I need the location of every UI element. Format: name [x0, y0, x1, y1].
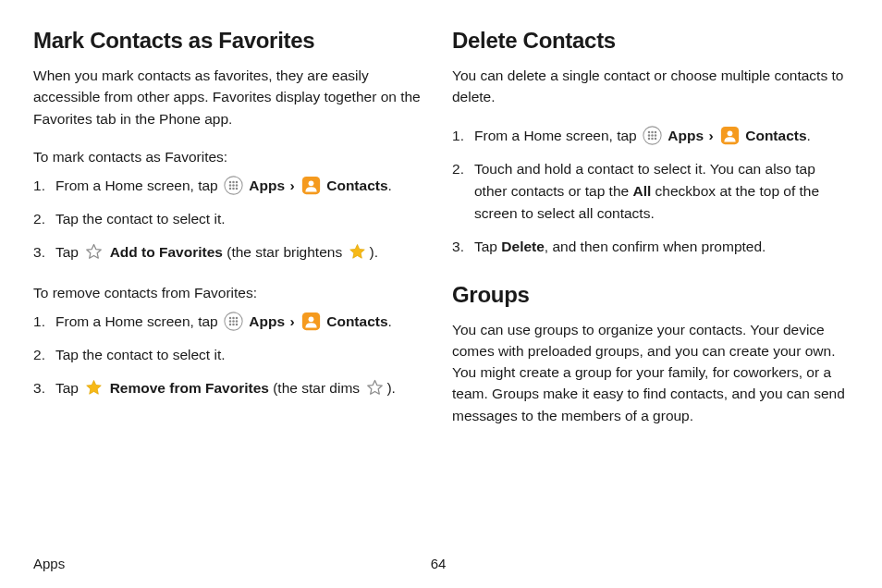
- heading-delete: Delete Contacts: [452, 28, 849, 54]
- step-delete-3: Tap Delete, and then confirm when prompt…: [452, 236, 849, 258]
- delete-label: Delete: [501, 239, 545, 254]
- step-delete-1: From a Home screen, tap Apps › Contacts.: [452, 125, 849, 147]
- star-filled-icon: [348, 242, 367, 262]
- chevron-icon: ›: [288, 313, 295, 329]
- star-filled-icon: [84, 378, 104, 398]
- apps-icon: [224, 176, 243, 195]
- chevron-icon: ›: [288, 178, 295, 193]
- step-remove-1: From a Home screen, tap Apps › Contacts.: [33, 311, 430, 333]
- text: .: [807, 128, 811, 143]
- text: Tap: [55, 244, 82, 260]
- remove-favorites-label: Remove from Favorites: [110, 380, 269, 396]
- steps-mark: From a Home screen, tap Apps › Contacts.…: [33, 175, 430, 263]
- heading-mark-favorites: Mark Contacts as Favorites: [33, 28, 430, 54]
- intro-delete: You can delete a single contact or choos…: [452, 65, 849, 108]
- contacts-label: Contacts: [326, 178, 387, 193]
- lead-mark: To mark contacts as Favorites:: [33, 146, 430, 167]
- step-remove-2: Tap the contact to select it.: [33, 344, 430, 366]
- all-label: All: [632, 183, 651, 199]
- contacts-label: Contacts: [326, 313, 387, 329]
- text: ).: [369, 244, 377, 260]
- contacts-icon: [301, 312, 321, 331]
- text: Tap: [55, 380, 82, 396]
- heading-groups: Groups: [452, 282, 849, 308]
- intro-groups: You can use groups to organize your cont…: [452, 319, 849, 426]
- steps-delete: From a Home screen, tap Apps › Contacts.…: [452, 125, 849, 258]
- step-delete-2: Touch and hold a contact to select it. Y…: [452, 158, 849, 225]
- step-mark-2: Tap the contact to select it.: [33, 208, 430, 230]
- intro-favorites: When you mark contacts as favorites, the…: [33, 65, 430, 129]
- text: , and then confirm when prompted.: [545, 239, 766, 254]
- text: (the star brightens: [223, 244, 347, 260]
- footer-section: Apps: [33, 556, 65, 571]
- star-outline-icon: [365, 378, 385, 398]
- lead-remove: To remove contacts from Favorites:: [33, 282, 430, 303]
- step-remove-3: Tap Remove from Favorites (the star dims…: [33, 377, 430, 399]
- star-outline-icon: [84, 242, 104, 262]
- apps-label: Apps: [249, 313, 285, 329]
- contacts-icon: [720, 126, 740, 145]
- apps-label: Apps: [668, 128, 704, 143]
- text: From a Home screen, tap: [55, 178, 222, 193]
- apps-icon: [643, 126, 662, 145]
- text: .: [388, 178, 392, 193]
- contacts-label: Contacts: [745, 128, 806, 143]
- text: From a Home screen, tap: [55, 313, 222, 329]
- text: Tap: [474, 239, 501, 254]
- steps-remove: From a Home screen, tap Apps › Contacts.…: [33, 311, 430, 399]
- apps-label: Apps: [249, 178, 285, 193]
- text: .: [388, 313, 392, 329]
- chevron-icon: ›: [707, 128, 714, 143]
- add-favorites-label: Add to Favorites: [110, 244, 223, 260]
- footer-page-number: 64: [65, 556, 812, 571]
- text: (the star dims: [269, 380, 364, 396]
- apps-icon: [224, 312, 243, 331]
- text: From a Home screen, tap: [474, 128, 641, 143]
- step-mark-1: From a Home screen, tap Apps › Contacts.: [33, 175, 430, 197]
- text: ).: [386, 380, 395, 396]
- col-left: Mark Contacts as Favorites When you mark…: [33, 28, 430, 548]
- col-right: Delete Contacts You can delete a single …: [452, 28, 849, 548]
- step-mark-3: Tap Add to Favorites (the star brightens…: [33, 241, 430, 263]
- page-footer: Apps 64: [33, 548, 849, 571]
- contacts-icon: [301, 176, 321, 195]
